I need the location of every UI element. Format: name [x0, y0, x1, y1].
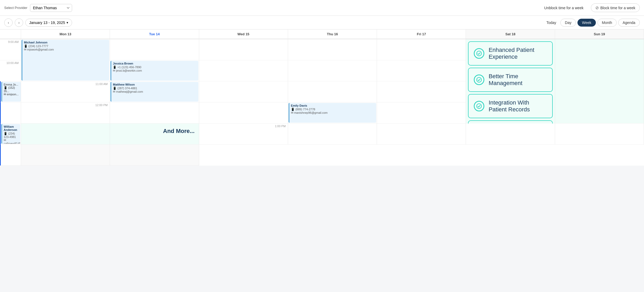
next-button[interactable]: › [15, 18, 23, 27]
overlay-text-2: Better Time Management [489, 73, 547, 87]
overlay-text-1: Enhanced Patient Experience [489, 47, 547, 60]
tue-12pm-slot[interactable] [199, 102, 288, 123]
phone-icon: 📱 [4, 132, 8, 135]
day-header-fri: Fri 17 [377, 29, 466, 39]
cal-controls-right: Today Day Week Month Agenda [544, 19, 640, 27]
sun-overlay-start [555, 39, 644, 123]
appt-name: Matthew Wilson [113, 83, 197, 86]
calendar-grid: Mon 13 Tue 14 Wed 15 Thu 16 Fri 17 Sat 1… [0, 29, 644, 166]
thu-1pm-slot[interactable] [555, 123, 644, 145]
date-range-button[interactable]: January 13 - 19, 2025 ▾ [25, 19, 72, 27]
time-label-9am: 9:00 AM [0, 39, 21, 60]
tue-10am-slot[interactable] [199, 60, 288, 81]
appt-phone: 📱 (234) 123-4981 [4, 132, 19, 138]
thu-9am-slot[interactable] [288, 39, 377, 60]
fri-12pm-slot[interactable]: William Anderson 📱 (234) 123-4981 ✉ call… [0, 123, 21, 145]
wed-1pm-slot[interactable] [466, 123, 555, 145]
calendar-controls: ‹ › January 13 - 19, 2025 ▾ Today Day We… [0, 16, 644, 29]
mon-11am-slot[interactable]: Matthew Wilson 📱 (287) 374-4881 ✉ mathew… [110, 81, 199, 102]
appointment-michael-johnson[interactable]: Michael Johnson 📱 (234) 123-7777 ✉ mjswo… [22, 40, 109, 81]
phone-icon: 📱 [24, 44, 28, 48]
tue-9am-slot[interactable] [110, 39, 199, 60]
svg-point-2 [477, 104, 481, 108]
appt-name: Emily Davis [291, 104, 375, 107]
thu-11am-slot[interactable] [377, 81, 466, 102]
email-icon: ✉ [113, 69, 116, 72]
fri-9am-slot[interactable] [377, 39, 466, 60]
appt-name: Emma Jo... [4, 83, 19, 86]
day-header-thu: Thu 16 [288, 29, 377, 39]
phone-icon: 📱 [113, 66, 117, 69]
sat-1pm-slot[interactable] [21, 145, 110, 166]
block-time-button[interactable]: ⊘ Block time for a week [591, 3, 640, 12]
fri-1pm-slot[interactable] [0, 145, 21, 166]
day-header-tue: Tue 14 [110, 29, 199, 39]
month-view-button[interactable]: Month [597, 19, 617, 27]
day-header-sun: Sun 19 [555, 29, 644, 39]
tue-11am-slot[interactable] [199, 81, 288, 102]
check-icon-1 [474, 48, 484, 59]
svg-point-0 [477, 51, 481, 56]
check-icon-2 [474, 75, 484, 85]
tue-1pm-slot[interactable] [377, 123, 466, 145]
agenda-view-button[interactable]: Agenda [618, 19, 640, 27]
svg-point-1 [477, 77, 481, 82]
mon-12pm-slot[interactable] [110, 102, 199, 123]
appt-phone: 📱 (234) 123-7777 [24, 44, 108, 48]
appt-phone: 📱 (152) 35... [4, 86, 19, 93]
email-icon: ✉ [113, 90, 116, 93]
appointment-william-anderson[interactable]: William Anderson 📱 (234) 123-4981 ✉ call… [1, 124, 20, 144]
sun-1pm-slot[interactable] [110, 145, 199, 166]
email-icon: ✉ [4, 93, 7, 96]
day-header-mon: Mon 13 [21, 29, 110, 39]
mon-1pm-slot[interactable] [288, 123, 377, 145]
time-label-10am: 10:00 AM [0, 60, 21, 81]
fri-11am-slot[interactable] [0, 102, 21, 123]
mon-10am-slot[interactable]: Jessica Brown 📱 +1 (123) 456-7890 ✉ jess… [110, 60, 199, 81]
chevron-down-icon: ▾ [67, 21, 68, 24]
appointment-jessica-brown[interactable]: Jessica Brown 📱 +1 (123) 456-7890 ✉ jess… [110, 61, 198, 81]
appointment-matthew-wilson[interactable]: Matthew Wilson 📱 (287) 374-4881 ✉ mathew… [110, 82, 198, 102]
appt-name: Jessica Brown [113, 62, 197, 65]
today-button[interactable]: Today [544, 19, 559, 26]
time-col-header [0, 29, 21, 39]
time-label-12pm: 12:00 PM [21, 102, 110, 123]
appt-email: ✉ jessi.b@workin.com [113, 69, 197, 72]
overlay-card-2: Better Time Management [468, 68, 552, 92]
and-more-label: And More... [110, 123, 199, 139]
date-range-label: January 13 - 19, 2025 [29, 21, 65, 25]
thu-12pm-slot[interactable] [377, 102, 466, 123]
sun-andmore-slot: And More... [110, 123, 199, 145]
block-icon: ⊘ [595, 5, 599, 10]
cal-controls-left: ‹ › January 13 - 19, 2025 ▾ [4, 18, 72, 27]
overlay-card-1: Enhanced Patient Experience [468, 41, 552, 66]
appt-email: ✉ manishnep96@gmail.com [291, 111, 375, 115]
top-bar-right: Unblock time for a week ⊘ Block time for… [541, 3, 640, 12]
calendar-wrapper: Mon 13 Tue 14 Wed 15 Thu 16 Fri 17 Sat 1… [0, 29, 644, 166]
appointment-emily-davis[interactable]: Emily Davis 📱 (889) 774-2778 ✉ manishnep… [289, 103, 376, 123]
fri-10am-slot[interactable]: Emma Jo... 📱 (152) 35... ✉ emjson... [0, 81, 21, 102]
check-icon-3 [474, 101, 484, 111]
appointment-emma-johnson[interactable]: Emma Jo... 📱 (152) 35... ✉ emjson... [1, 82, 21, 102]
thu-10am-slot[interactable] [377, 60, 466, 81]
wed-12pm-slot[interactable]: Emily Davis 📱 (889) 774-2778 ✉ manishnep… [288, 102, 377, 123]
email-icon: ✉ [24, 48, 27, 51]
phone-icon: 📱 [4, 86, 8, 89]
overlay-card-3: Integration With Patient Records [468, 94, 552, 118]
appt-email: ✉ mjswork@gmail.com [24, 48, 108, 51]
mon-9am-slot[interactable]: Michael Johnson 📱 (234) 123-7777 ✉ mjswo… [21, 39, 110, 81]
wed-11am-slot[interactable] [288, 81, 377, 102]
wed-10am-slot[interactable] [288, 60, 377, 81]
day-view-button[interactable]: Day [560, 19, 576, 27]
week-view-button[interactable]: Week [577, 19, 596, 27]
provider-select[interactable]: Ethan Thomas [30, 4, 72, 12]
day-header-wed: Wed 15 [199, 29, 288, 39]
sat-andmore-slot [21, 123, 110, 145]
appt-email: ✉ mathewj@gmail.com [113, 90, 197, 93]
select-provider-label: Select Provider [4, 6, 27, 10]
wed-9am-slot[interactable] [199, 39, 288, 60]
email-icon: ✉ [291, 111, 294, 114]
day-header-sat: Sat 18 [466, 29, 555, 39]
prev-button[interactable]: ‹ [4, 18, 13, 27]
unblock-time-button[interactable]: Unblock time for a week [541, 4, 587, 12]
